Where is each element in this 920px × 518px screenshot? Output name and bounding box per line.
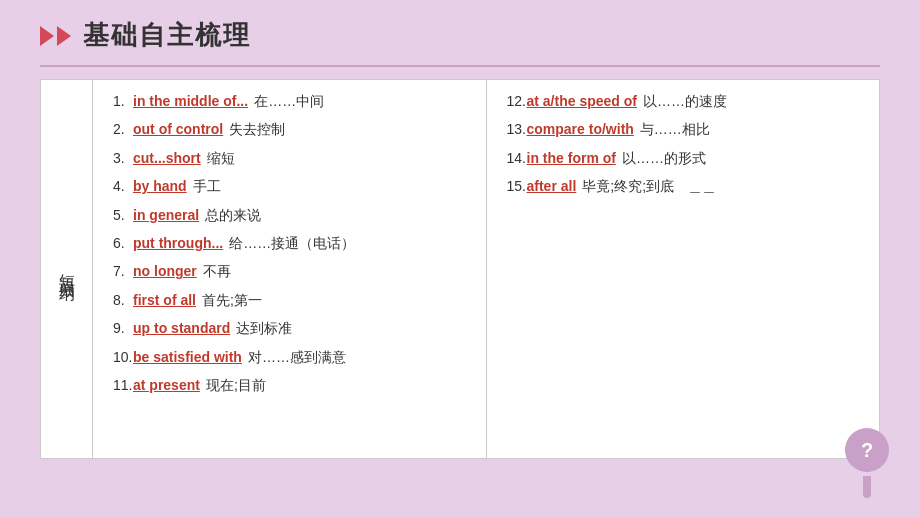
list-item: 5. in general 总的来说 <box>113 204 470 226</box>
item-phrase: by hand <box>133 175 187 197</box>
content-area: 1. in the middle of... 在……中间 2. out of c… <box>93 80 879 458</box>
side-label: 短语归纳 <box>41 80 93 458</box>
list-item: 8. first of all 首先;第一 <box>113 289 470 311</box>
item-number: 9. <box>113 317 133 339</box>
item-number: 14. <box>507 147 527 169</box>
item-phrase: put through... <box>133 232 223 254</box>
arrow-icon-1 <box>40 26 54 46</box>
item-phrase: up to standard <box>133 317 230 339</box>
item-phrase: compare to/with <box>527 118 634 140</box>
list-item: 10. be satisfied with 对……感到满意 <box>113 346 470 368</box>
list-item: 2. out of control 失去控制 <box>113 118 470 140</box>
list-item: 12. at a/the speed of 以……的速度 <box>507 90 864 112</box>
item-number: 15. <box>507 175 527 197</box>
item-phrase: after all <box>527 175 577 197</box>
list-item: 3. cut...short 缩短 <box>113 147 470 169</box>
item-phrase: at a/the speed of <box>527 90 637 112</box>
item-number: 3. <box>113 147 133 169</box>
item-meaning: 总的来说 <box>205 204 261 226</box>
item-number: 13. <box>507 118 527 140</box>
item-meaning: 缩短 <box>207 147 235 169</box>
item-meaning: 首先;第一 <box>202 289 262 311</box>
item-meaning: 给……接通（电话） <box>229 232 355 254</box>
item-number: 2. <box>113 118 133 140</box>
list-item: 13. compare to/with 与……相比 <box>507 118 864 140</box>
list-item: 7. no longer 不再 <box>113 260 470 282</box>
question-mark-icon: ? <box>845 428 889 472</box>
stick-decoration <box>863 476 871 498</box>
item-meaning: 与……相比 <box>640 118 710 140</box>
item-meaning: 以……的速度 <box>643 90 727 112</box>
item-meaning: 以……的形式 <box>622 147 706 169</box>
arrow-icon-2 <box>57 26 71 46</box>
list-item: 15. after all 毕竟;终究;到底 ＿＿ <box>507 175 864 197</box>
item-number: 11. <box>113 374 133 396</box>
item-meaning: 不再 <box>203 260 231 282</box>
item-number: 5. <box>113 204 133 226</box>
item-phrase: out of control <box>133 118 223 140</box>
item-number: 7. <box>113 260 133 282</box>
item-phrase: in the middle of... <box>133 90 248 112</box>
header: 基础自主梳理 <box>0 0 920 65</box>
item-number: 12. <box>507 90 527 112</box>
decoration: ? <box>845 428 900 498</box>
right-column: 12. at a/the speed of 以……的速度 13. compare… <box>487 80 880 458</box>
item-number: 8. <box>113 289 133 311</box>
page-title: 基础自主梳理 <box>83 18 251 53</box>
list-item: 6. put through... 给……接通（电话） <box>113 232 470 254</box>
item-phrase: in the form of <box>527 147 616 169</box>
item-number: 4. <box>113 175 133 197</box>
item-number: 6. <box>113 232 133 254</box>
left-column: 1. in the middle of... 在……中间 2. out of c… <box>93 80 487 458</box>
header-divider <box>40 65 880 67</box>
list-item: 14. in the form of 以……的形式 <box>507 147 864 169</box>
item-phrase: at present <box>133 374 200 396</box>
header-arrows <box>40 26 71 46</box>
item-meaning: 失去控制 <box>229 118 285 140</box>
main-content: 短语归纳 1. in the middle of... 在……中间 2. out… <box>40 79 880 459</box>
item-phrase: first of all <box>133 289 196 311</box>
item-phrase: in general <box>133 204 199 226</box>
item-meaning: 达到标准 <box>236 317 292 339</box>
item-meaning: 现在;目前 <box>206 374 266 396</box>
item-meaning: 毕竟;终究;到底 ＿＿ <box>582 175 716 197</box>
item-meaning: 对……感到满意 <box>248 346 346 368</box>
item-phrase: no longer <box>133 260 197 282</box>
item-number: 1. <box>113 90 133 112</box>
item-meaning: 在……中间 <box>254 90 324 112</box>
list-item: 4. by hand 手工 <box>113 175 470 197</box>
list-item: 11. at present 现在;目前 <box>113 374 470 396</box>
item-phrase: be satisfied with <box>133 346 242 368</box>
list-item: 9. up to standard 达到标准 <box>113 317 470 339</box>
item-phrase: cut...short <box>133 147 201 169</box>
list-item: 1. in the middle of... 在……中间 <box>113 90 470 112</box>
item-number: 10. <box>113 346 133 368</box>
item-meaning: 手工 <box>193 175 221 197</box>
